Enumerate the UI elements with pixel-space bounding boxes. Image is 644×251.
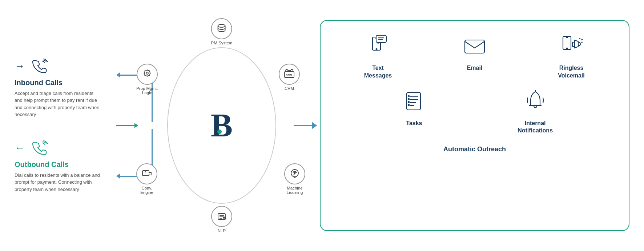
main-arrow-line xyxy=(294,125,312,126)
svg-line-23 xyxy=(145,71,145,71)
internal-notifications-label: InternalNotifications xyxy=(518,120,553,135)
svg-point-0 xyxy=(218,24,225,27)
svg-rect-37 xyxy=(572,42,575,47)
node-nlp: NLP xyxy=(211,206,232,233)
node-prop-mgmt-label: Prop Mgmt.Logic xyxy=(136,86,158,95)
svg-rect-33 xyxy=(465,40,484,53)
node-ml-icon: AI xyxy=(284,163,305,184)
svg-point-3 xyxy=(286,69,288,72)
tasks-label: Tasks xyxy=(406,120,422,127)
svg-rect-49 xyxy=(408,104,409,105)
svg-point-13 xyxy=(223,217,225,218)
gear-head-icon xyxy=(141,68,153,80)
b-lettermark: B xyxy=(211,109,233,142)
svg-line-26 xyxy=(145,75,145,76)
arrow-left-icon: ← xyxy=(15,142,25,154)
svg-line-39 xyxy=(581,39,583,40)
arrowhead-right-mid xyxy=(134,123,138,128)
email-label: Email xyxy=(467,64,483,72)
node-nlp-icon xyxy=(211,206,232,227)
svg-rect-47 xyxy=(408,99,409,100)
outreach-top-grid: TextMessages Email xyxy=(328,32,621,80)
inbound-title: Inbound Calls xyxy=(15,79,109,87)
center-logo: B xyxy=(202,105,242,146)
bracket-line-bottom xyxy=(120,176,138,177)
outbound-block: ← Outbound Calls Dial calls to residents… xyxy=(15,140,109,193)
svg-point-18 xyxy=(146,72,148,74)
inbound-block: → Inbound Calls Accept and triage calls … xyxy=(15,58,109,118)
main-right-arrow xyxy=(294,122,317,129)
right-arrow-section xyxy=(291,122,320,129)
node-nlp-label: NLP xyxy=(218,228,226,233)
svg-point-29 xyxy=(376,49,377,50)
outreach-bottom-grid: Tasks InternalNotification xyxy=(357,87,592,135)
ringless-voicemail-icon-wrap xyxy=(557,32,586,61)
orbit-container: B PM System xyxy=(160,31,283,220)
node-pm-system-label: PM System xyxy=(211,41,233,45)
svg-text:AI: AI xyxy=(293,173,295,175)
outbound-description: Dial calls to residents with a balance a… xyxy=(15,172,102,193)
node-ml: AI MachineLearning xyxy=(284,163,305,195)
node-pm-system: PM System xyxy=(211,18,233,45)
svg-rect-46 xyxy=(408,96,409,97)
crm-icon: CRM xyxy=(283,68,295,80)
node-conv-engine-label: Conv.Engine xyxy=(140,186,153,195)
svg-line-24 xyxy=(149,75,149,76)
phone-ringing-icon xyxy=(32,58,48,74)
internal-notifications-icon-wrap xyxy=(521,87,550,116)
svg-line-38 xyxy=(579,38,580,39)
inbound-icons: → xyxy=(15,58,109,74)
bracket-line-mid xyxy=(116,125,134,126)
svg-point-4 xyxy=(291,69,293,72)
node-prop-mgmt: Prop Mgmt.Logic xyxy=(136,64,158,95)
outreach-email: Email xyxy=(428,32,521,80)
arrowhead-left-top xyxy=(116,72,120,77)
left-section: → Inbound Calls Accept and triage calls … xyxy=(15,58,116,193)
conv-engine-icon: ? xyxy=(141,168,153,180)
database-icon xyxy=(216,23,228,35)
email-icon-wrap xyxy=(460,32,489,61)
node-pm-system-icon xyxy=(211,18,232,39)
outbound-title: Outbound Calls xyxy=(15,160,109,169)
svg-text:CRM: CRM xyxy=(286,73,293,77)
svg-rect-48 xyxy=(408,101,409,103)
tasks-icon-wrap xyxy=(399,87,428,116)
node-conv-engine: ? Conv.Engine xyxy=(136,163,157,195)
svg-point-17 xyxy=(144,70,150,76)
orbit-section: B PM System xyxy=(153,31,291,220)
bracket-arrow-mid xyxy=(116,123,138,128)
nlp-icon xyxy=(216,211,228,222)
bell-icon xyxy=(523,89,548,114)
arrow-right-icon: → xyxy=(15,60,25,72)
svg-line-25 xyxy=(149,71,149,71)
node-crm-icon: CRM xyxy=(279,64,300,85)
phone-ringing-outbound-icon xyxy=(32,140,48,156)
ringless-voicemail-icon xyxy=(559,33,584,59)
text-messages-label: TextMessages xyxy=(364,64,392,80)
inbound-description: Accept and triage calls from residents a… xyxy=(15,90,102,118)
arrowhead-left-bottom xyxy=(116,174,120,179)
text-messages-icon xyxy=(365,33,391,59)
outreach-internal-notifications: InternalNotifications xyxy=(482,87,588,135)
bracket-line-top xyxy=(120,75,138,76)
ai-head-icon: AI xyxy=(289,168,301,180)
email-icon xyxy=(462,33,487,59)
outreach-title: Automatic Outreach xyxy=(443,146,506,153)
node-crm: CRM CRM xyxy=(279,64,300,91)
tasks-icon xyxy=(401,89,427,114)
main-container: → Inbound Calls Accept and triage calls … xyxy=(0,0,644,251)
text-messages-icon-wrap xyxy=(363,32,393,61)
bracket-arrow-top xyxy=(116,72,138,77)
outreach-text-messages: TextMessages xyxy=(331,32,424,80)
outreach-tasks: Tasks xyxy=(361,87,467,135)
ringless-voicemail-label: RinglessVoicemail xyxy=(558,64,585,80)
main-arrow-head xyxy=(312,122,317,129)
outbound-icons: ← xyxy=(15,140,109,156)
node-prop-mgmt-icon xyxy=(137,64,158,85)
svg-point-36 xyxy=(567,48,568,49)
svg-point-14 xyxy=(225,218,226,219)
bracket-arrow-bottom xyxy=(116,174,138,179)
svg-text:?: ? xyxy=(144,171,146,175)
node-ml-label: MachineLearning xyxy=(287,186,303,195)
node-crm-label: CRM xyxy=(285,86,294,91)
